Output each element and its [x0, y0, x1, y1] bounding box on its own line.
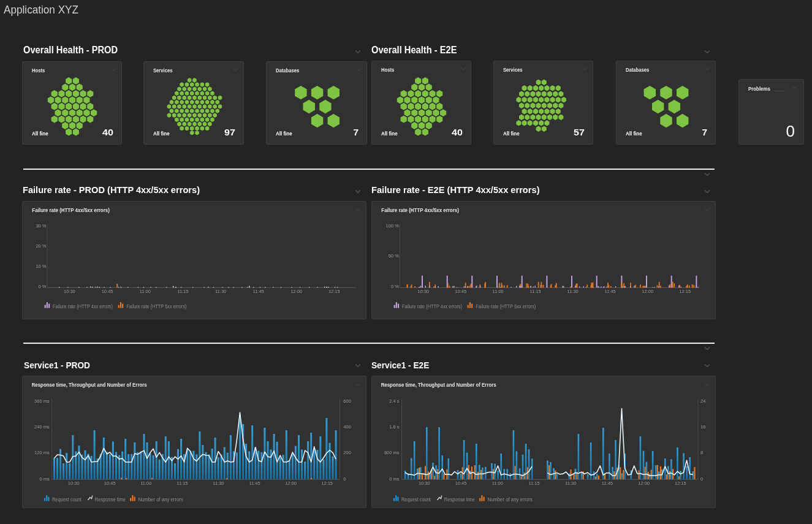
svg-text:11:00: 11:00 [493, 289, 504, 294]
svg-text:Failure rate (HTTP 5xx errors): Failure rate (HTTP 5xx errors) [126, 303, 186, 309]
svg-text:12:00: 12:00 [638, 480, 650, 486]
svg-text:Failure rate (HTTP 4xx/5xx err: Failure rate (HTTP 4xx/5xx errors) [381, 207, 459, 213]
svg-text:Service1 - E2E: Service1 - E2E [371, 360, 429, 370]
svg-text:All fine: All fine [626, 130, 642, 137]
svg-text:Overall Health - E2E: Overall Health - E2E [371, 45, 457, 55]
svg-text:All fine: All fine [153, 130, 170, 137]
svg-text:11:30: 11:30 [213, 480, 224, 486]
svg-text:11:45: 11:45 [249, 480, 260, 486]
svg-text:100 %: 100 % [386, 223, 400, 229]
svg-text:Failure rate (HTTP 4xx errors): Failure rate (HTTP 4xx errors) [402, 303, 462, 309]
svg-text:0 %: 0 % [39, 284, 47, 289]
svg-text:11:15: 11:15 [530, 289, 541, 294]
svg-text:57: 57 [574, 127, 585, 137]
svg-text:Failure rate - PROD (HTTP 4xx/: Failure rate - PROD (HTTP 4xx/5xx errors… [23, 184, 200, 195]
svg-text:10:45: 10:45 [455, 289, 466, 294]
svg-text:Response time, Throughput and: Response time, Throughput and Number of … [381, 382, 496, 388]
svg-text:0 %: 0 % [391, 284, 399, 289]
svg-text:2.4 s: 2.4 s [389, 398, 400, 404]
svg-text:1.6 s: 1.6 s [389, 424, 400, 430]
svg-text:Databases: Databases [626, 67, 649, 73]
svg-text:0: 0 [786, 122, 795, 140]
svg-text:0 ms: 0 ms [389, 476, 400, 482]
svg-text:10:30: 10:30 [68, 480, 80, 486]
svg-text:Number of any errors: Number of any errors [487, 496, 533, 503]
svg-text:50 %: 50 % [389, 253, 399, 259]
svg-text:Services: Services [503, 67, 523, 73]
svg-text:12:00: 12:00 [642, 289, 653, 294]
svg-text:Request count: Request count [52, 496, 82, 503]
svg-text:Hosts: Hosts [32, 67, 45, 74]
svg-text:11:45: 11:45 [253, 289, 264, 294]
svg-text:800 ms: 800 ms [384, 450, 400, 455]
svg-text:Response time, Throughput and: Response time, Throughput and Number of … [32, 382, 147, 388]
svg-text:20 %: 20 % [36, 243, 46, 249]
svg-text:11:45: 11:45 [602, 480, 613, 486]
svg-text:All fine: All fine [381, 130, 398, 137]
svg-text:10:30: 10:30 [419, 480, 430, 486]
svg-text:16: 16 [700, 424, 705, 430]
svg-text:Number of any errors: Number of any errors [138, 496, 183, 503]
svg-text:11:15: 11:15 [528, 480, 539, 486]
svg-text:Failure rate (HTTP 4xx errors): Failure rate (HTTP 4xx errors) [53, 303, 113, 309]
svg-text:7: 7 [353, 127, 359, 137]
svg-text:7: 7 [702, 127, 707, 137]
svg-text:240 ms: 240 ms [34, 424, 50, 430]
svg-text:Response time: Response time [95, 496, 126, 503]
svg-text:11:30: 11:30 [567, 289, 579, 294]
svg-text:Service1 - PROD: Service1 - PROD [24, 360, 90, 370]
svg-text:12:00: 12:00 [285, 480, 297, 486]
svg-text:12:00: 12:00 [290, 289, 302, 294]
svg-text:Application XYZ: Application XYZ [4, 3, 78, 16]
svg-text:10:30: 10:30 [417, 289, 429, 294]
svg-text:All fine: All fine [503, 130, 520, 137]
svg-text:97: 97 [224, 127, 235, 137]
svg-text:11:30: 11:30 [565, 480, 576, 486]
svg-text:Hosts: Hosts [381, 67, 394, 73]
svg-text:11:00: 11:00 [492, 480, 503, 486]
svg-text:10:45: 10:45 [104, 480, 116, 486]
svg-text:10:30: 10:30 [64, 289, 75, 294]
svg-text:24: 24 [700, 398, 705, 404]
svg-text:0: 0 [700, 476, 703, 482]
svg-text:Overall Health - PROD: Overall Health - PROD [23, 45, 118, 55]
svg-text:400: 400 [343, 424, 351, 430]
svg-text:All fine: All fine [32, 130, 48, 137]
svg-text:600: 600 [343, 398, 351, 404]
svg-text:10:45: 10:45 [102, 289, 113, 294]
svg-text:Failure rate - E2E (HTTP 4xx/5: Failure rate - E2E (HTTP 4xx/5xx errors) [371, 184, 540, 195]
svg-text:Request count: Request count [401, 496, 431, 503]
svg-text:Response time: Response time [444, 496, 475, 503]
svg-text:10:45: 10:45 [455, 480, 467, 486]
svg-text:8: 8 [700, 450, 703, 455]
svg-text:0: 0 [343, 476, 346, 482]
svg-text:11:00: 11:00 [140, 480, 151, 486]
svg-text:12:15: 12:15 [679, 289, 691, 294]
svg-text:40: 40 [452, 127, 463, 137]
svg-text:200: 200 [343, 450, 351, 455]
svg-text:12:15: 12:15 [321, 480, 333, 486]
svg-text:30 %: 30 % [36, 223, 46, 229]
svg-text:Problems: Problems [748, 86, 770, 92]
svg-text:11:45: 11:45 [605, 289, 616, 294]
svg-text:Failure rate (HTTP 4xx/5xx err: Failure rate (HTTP 4xx/5xx errors) [32, 207, 110, 213]
svg-text:12:15: 12:15 [675, 480, 686, 486]
svg-text:0 ms: 0 ms [39, 476, 50, 482]
svg-text:11:15: 11:15 [177, 289, 188, 294]
svg-text:10 %: 10 % [36, 264, 46, 269]
svg-text:40: 40 [102, 127, 113, 137]
svg-text:All fine: All fine [276, 130, 292, 137]
svg-text:Databases: Databases [276, 67, 299, 74]
svg-text:11:15: 11:15 [176, 480, 188, 486]
svg-text:Services: Services [153, 67, 173, 74]
svg-text:Failure rate (HTTP 5xx errors): Failure rate (HTTP 5xx errors) [476, 303, 536, 309]
svg-text:11:30: 11:30 [215, 289, 226, 294]
svg-text:360 ms: 360 ms [34, 398, 50, 404]
svg-text:11:00: 11:00 [140, 289, 151, 294]
svg-text:12:15: 12:15 [328, 289, 340, 294]
svg-text:120 ms: 120 ms [34, 450, 50, 455]
